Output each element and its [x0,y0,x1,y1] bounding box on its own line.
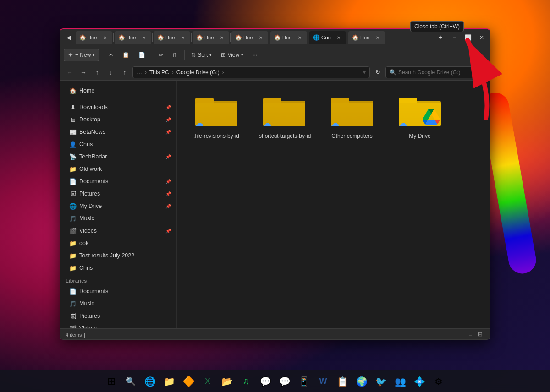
tab-label-5: Horr [282,35,294,40]
tab-close-7[interactable]: ✕ [374,34,381,41]
taskbar-vlc[interactable]: 🔶 [180,373,197,390]
copy-icon: 📋 [122,52,129,58]
tab-2[interactable]: 🏠 Horr ✕ [154,31,190,44]
address-path[interactable]: … › This PC › Google Drive (G:) › ▾ [132,66,370,78]
qa-icon-12: 📁 [69,252,77,259]
sidebar-item-qa-4[interactable]: 📡 TechRadar 📌 [62,151,175,163]
sidebar-item-lib-3[interactable]: 🎬 Videos [62,322,175,328]
taskbar-whatsapp[interactable]: 📱 [296,373,312,390]
tab-sep-0 [113,33,114,42]
sidebar-item-lib-1[interactable]: 🎵 Music [62,298,175,310]
taskbar-social[interactable]: 💬 [257,373,274,390]
path-drive[interactable]: Google Drive (G:) [176,69,220,76]
taskbar-skype[interactable]: 💠 [411,373,428,390]
folder-item-0[interactable]: ☁ .file-revisions-by-id [184,88,248,143]
details-view-button[interactable]: ≡ [467,330,474,338]
taskbar-word[interactable]: W [315,373,331,390]
sort-button[interactable]: ⇅ Sort ▾ [187,49,215,61]
sidebar-item-qa-1[interactable]: 🖥 Desktop 📌 [62,114,175,125]
qa-icon-8: 🌐 [69,202,77,210]
close-button[interactable]: ✕ [475,31,488,44]
sidebar-item-qa-11[interactable]: 📁 dok [62,237,175,249]
taskbar-teams[interactable]: 👥 [392,373,408,390]
sidebar-item-lib-0[interactable]: 📄 Documents [62,285,175,297]
libraries-section-header: Libraries [60,274,176,285]
sidebar-item-qa-0[interactable]: ⬇ Downloads 📌 [62,101,175,113]
up-button[interactable]: ↑ [91,66,103,78]
cloud-badge-0: ☁ [195,118,204,128]
qa-label-7: Pictures [79,191,100,197]
grid-view-button[interactable]: ⊞ [476,330,484,338]
sidebar-item-qa-12[interactable]: 📁 Test results July 2022 [62,250,175,261]
cut-button[interactable]: ✂ [105,49,117,61]
tab-1[interactable]: 🏠 Horr ✕ [115,31,151,44]
tab-close-2[interactable]: ✕ [179,34,187,41]
tab-close-5[interactable]: ✕ [296,34,303,41]
search-input[interactable] [398,69,482,76]
rename-button[interactable]: ✏ [155,49,167,61]
taskbar-messenger[interactable]: 💬 [276,373,293,390]
folder-item-1[interactable]: ☁ .shortcut-targets-by-id [252,88,316,143]
sidebar-item-qa-5[interactable]: 📁 Old work [62,163,175,175]
taskbar-misc[interactable]: ⚙ [430,373,447,390]
path-pc[interactable]: This PC [149,69,169,76]
folder-item-2[interactable]: ☁ Other computers [320,88,384,143]
sidebar-item-qa-10[interactable]: 🎬 Videos 📌 [62,225,175,237]
up-dir-button[interactable]: ↑ [119,66,131,78]
more-button[interactable]: ··· [249,49,261,61]
new-tab-button[interactable]: + [434,31,447,44]
sidebar-item-qa-3[interactable]: 👤 Chris [62,138,175,150]
tab-7[interactable]: 🏠 Horr ✕ [348,31,385,44]
tab-close-3[interactable]: ✕ [218,34,226,41]
sidebar-item-home[interactable]: 🏠 Home [62,85,175,97]
toolbar-sep-3 [184,50,185,60]
path-dropdown[interactable]: ▾ [363,69,366,76]
copy-button[interactable]: 📋 [119,49,133,61]
taskbar-excel[interactable]: X [199,373,216,390]
tab-3[interactable]: 🏠 Horr ✕ [192,31,229,44]
taskbar-twitter[interactable]: 🐦 [373,373,389,390]
path-root[interactable]: … [137,69,142,76]
tab-5[interactable]: 🏠 Horr ✕ [270,31,307,44]
forward-button[interactable]: → [77,66,89,78]
qa-label-3: Chris [79,141,93,147]
tab-close-6[interactable]: ✕ [335,34,342,41]
refresh-button[interactable]: ↻ [372,66,384,78]
sidebar-item-qa-13[interactable]: 📁 Chris [62,262,175,274]
sidebar-item-qa-9[interactable]: 🎵 Music [62,212,175,224]
tab-close-1[interactable]: ✕ [140,34,148,41]
taskbar-explorer[interactable]: 📁 [161,373,177,390]
delete-button[interactable]: 🗑 [169,49,182,61]
sidebar-item-lib-2[interactable]: 🖼 Pictures [62,310,175,322]
cut-icon: ✂ [109,52,113,58]
taskbar-spotify[interactable]: ♫ [238,373,254,390]
minimize-button[interactable]: − [448,31,461,44]
tab-close-4[interactable]: ✕ [257,34,264,41]
tab-close-0[interactable]: ✕ [101,34,109,41]
tab-4[interactable]: 🏠 Horr ✕ [231,31,268,44]
tab-label-4: Horr [243,35,255,40]
sidebar-item-qa-6[interactable]: 📄 Documents 📌 [62,175,175,187]
new-button[interactable]: ✦ + New ▾ [64,49,99,61]
recent-locations-button[interactable]: ↓ [105,66,117,78]
taskbar-files2[interactable]: 📋 [334,373,351,390]
tab-6[interactable]: 🌐 Goo ✕ [309,31,346,44]
taskbar-chrome[interactable]: 🌍 [353,373,370,390]
paste-button[interactable]: 📄 [135,49,149,61]
search-box[interactable]: 🔍 [385,66,486,78]
tab-back-button[interactable]: ◀ [62,31,75,44]
taskbar-search[interactable]: 🔍 [122,373,139,390]
taskbar-edge[interactable]: 🌐 [142,373,158,390]
sidebar-item-qa-8[interactable]: 🌐 My Drive 📌 [62,200,175,212]
maximize-button[interactable]: ⬜ [462,31,474,44]
taskbar-start[interactable]: ⊞ [103,373,120,390]
back-button[interactable]: ← [64,66,76,78]
explorer-window: ◀ 🏠 Horr ✕ 🏠 Horr ✕ 🏠 Horr ✕ 🏠 Horr ✕ 🏠 … [60,28,490,340]
taskbar-files[interactable]: 📂 [219,373,235,390]
folder-item-3[interactable]: ☁ My Drive [388,88,452,143]
tooltip-text: Close tab (Ctrl+W) [414,23,460,30]
view-button[interactable]: ⊞ View ▾ [217,49,247,61]
sidebar-item-qa-7[interactable]: 🖼 Pictures 📌 [62,188,175,200]
sidebar-item-qa-2[interactable]: 📰 BetaNews 📌 [62,126,175,138]
tab-0[interactable]: 🏠 Horr ✕ [76,31,112,44]
